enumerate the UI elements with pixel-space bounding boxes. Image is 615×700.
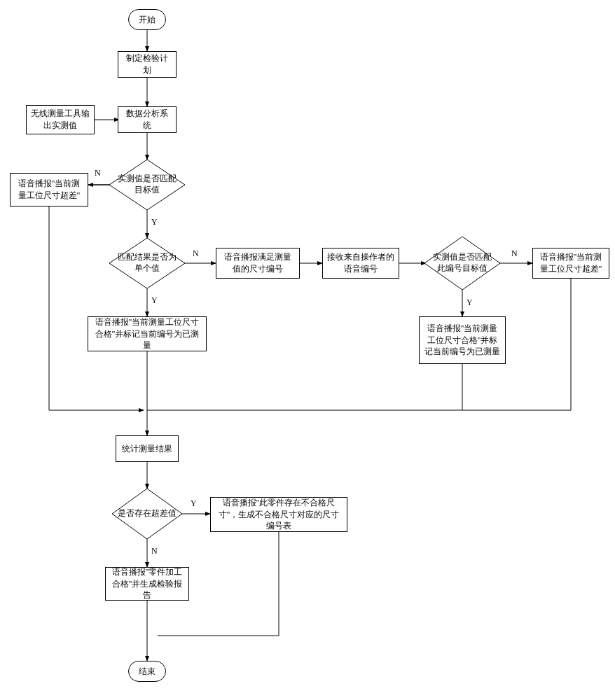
d2-y-label: Y <box>151 295 158 306</box>
d4-n-label: N <box>151 546 158 556</box>
oversize-voice-right-label: 语音播报"当前测量工位尺寸超差" <box>537 251 604 275</box>
d3-n-label: N <box>511 248 518 259</box>
qualified-mark-left-label: 语音播报"当前测量工位尺寸合格"并标记当前编号为已测量 <box>92 316 202 351</box>
receive-voice-label: 接收来自操作者的语音编号 <box>327 251 394 275</box>
stat-result-box: 统计测量结果 <box>116 435 179 462</box>
start-label: 开始 <box>139 14 156 26</box>
d2-n-label: N <box>193 248 199 259</box>
inspection-plan-label: 制定检验计划 <box>123 52 172 76</box>
qualified-mark-right-box: 语音播报"当前测量工位尺寸合格"并标记当前编号为已测量 <box>419 316 506 364</box>
match-number-label: 实测值是否匹配此编号目标值 <box>424 252 500 274</box>
unqualified-report-label: 语音播报"此零件存在不合格尺寸"，生成不合格尺寸对应的尺寸编号表 <box>215 497 343 532</box>
wireless-tool-box: 无线测量工具输出实测值 <box>26 105 95 134</box>
single-value-decision: 匹配结果是否为单个值 <box>109 238 185 288</box>
end-label: 结束 <box>139 666 156 678</box>
match-number-decision: 实测值是否匹配此编号目标值 <box>424 237 500 290</box>
qualified-report-box: 语音播报"零件加工合格"并生成检验报告 <box>105 567 189 601</box>
match-target-decision: 实测值是否匹配目标值 <box>109 160 185 210</box>
wireless-tool-label: 无线测量工具输出实测值 <box>31 108 90 132</box>
single-value-label: 匹配结果是否为单个值 <box>109 252 185 274</box>
oversize-exists-decision: 是否存在超差值 <box>112 489 182 539</box>
voice-report-number-box: 语音播报满足测量值的尺寸编号 <box>216 248 300 279</box>
qualified-report-label: 语音播报"零件加工合格"并生成检验报告 <box>110 566 184 601</box>
end-terminator: 结束 <box>128 661 166 682</box>
data-analysis-box: 数据分析系统 <box>118 106 177 133</box>
unqualified-report-box: 语音播报"此零件存在不合格尺寸"，生成不合格尺寸对应的尺寸编号表 <box>210 497 347 532</box>
qualified-mark-left-box: 语音播报"当前测量工位尺寸合格"并标记当前编号为已测量 <box>88 316 207 351</box>
qualified-mark-right-label: 语音播报"当前测量工位尺寸合格"并标记当前编号为已测量 <box>424 323 501 358</box>
d4-y-label: Y <box>191 498 197 509</box>
oversize-voice-left-box: 语音播报"当前测量工位尺寸超差" <box>10 173 88 206</box>
oversize-voice-left-label: 语音播报"当前测量工位尺寸超差" <box>15 178 83 202</box>
d3-y-label: Y <box>467 298 473 308</box>
d1-y-label: Y <box>151 217 158 227</box>
inspection-plan-box: 制定检验计划 <box>118 51 177 78</box>
d1-n-label: N <box>95 168 101 178</box>
match-target-label: 实测值是否匹配目标值 <box>109 174 185 195</box>
oversize-voice-right-box: 语音播报"当前测量工位尺寸超差" <box>532 248 609 279</box>
receive-voice-box: 接收来自操作者的语音编号 <box>322 248 399 279</box>
voice-report-number-label: 语音播报满足测量值的尺寸编号 <box>221 251 295 275</box>
data-analysis-label: 数据分析系统 <box>123 108 172 132</box>
oversize-exists-label: 是否存在超差值 <box>112 508 182 519</box>
stat-result-label: 统计测量结果 <box>122 443 172 455</box>
flowchart-canvas: 开始 结束 制定检验计划 无线测量工具输出实测值 数据分析系统 语音播报"当前测… <box>0 0 615 700</box>
start-terminator: 开始 <box>128 9 166 30</box>
